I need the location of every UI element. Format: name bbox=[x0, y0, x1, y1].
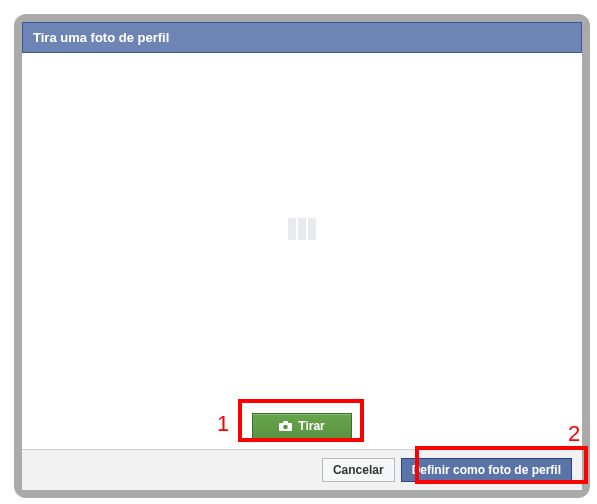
modal-body bbox=[22, 53, 582, 405]
set-profile-photo-label: Definir como foto de perfil bbox=[412, 463, 561, 477]
capture-row: Tirar bbox=[22, 405, 582, 449]
loading-bar bbox=[288, 218, 296, 240]
svg-rect-1 bbox=[283, 421, 288, 424]
modal-title: Tira uma foto de perfil bbox=[33, 30, 169, 45]
profile-photo-modal: Tira uma foto de perfil Tirar Cancelar D bbox=[14, 14, 590, 498]
modal-footer: Cancelar Definir como foto de perfil bbox=[22, 449, 582, 490]
svg-point-2 bbox=[283, 425, 288, 430]
modal-header: Tira uma foto de perfil bbox=[22, 22, 582, 53]
set-profile-photo-button[interactable]: Definir como foto de perfil bbox=[401, 458, 572, 482]
loading-bar bbox=[298, 218, 306, 240]
loading-bar bbox=[308, 218, 316, 240]
cancel-button-label: Cancelar bbox=[333, 463, 384, 477]
camera-icon bbox=[279, 421, 292, 431]
loading-indicator bbox=[288, 218, 316, 240]
capture-button-label: Tirar bbox=[298, 419, 324, 433]
cancel-button[interactable]: Cancelar bbox=[322, 458, 395, 482]
capture-button[interactable]: Tirar bbox=[252, 413, 351, 439]
